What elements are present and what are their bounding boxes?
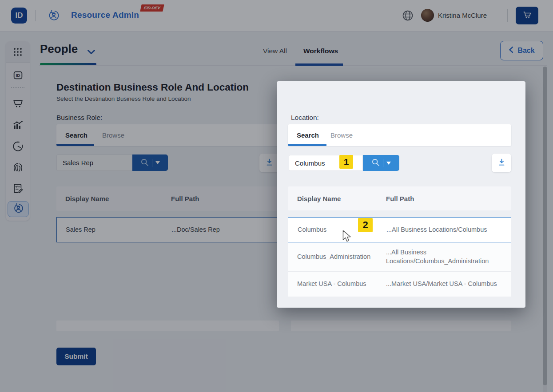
table-gap [288, 210, 511, 217]
location-search-button[interactable] [363, 155, 399, 171]
location-label: Location: [291, 114, 319, 122]
tab-search[interactable]: Search [297, 131, 319, 139]
location-table: Display Name Full Path Columbus ...All B… [288, 186, 511, 297]
cell-full-path: ...Market USA/Market USA - Columbus [386, 280, 502, 288]
cell-display-name: Columbus_Administration [297, 253, 386, 261]
download-icon [497, 158, 506, 168]
cell-display-name: Market USA - Columbus [297, 280, 386, 288]
location-download-button[interactable] [492, 154, 511, 172]
column-full-path: Full Path [386, 195, 414, 202]
table-row-columbus[interactable]: Columbus ...All Business Locations/Colum… [288, 217, 511, 242]
location-table-header: Display Name Full Path [288, 186, 511, 210]
step-2-badge: 2 [358, 218, 373, 232]
search-icon [371, 158, 380, 168]
cell-full-path: ...All Business Locations/Columbus [386, 226, 503, 234]
table-row-columbus-administration[interactable]: Columbus_Administration ...All Business … [288, 242, 511, 271]
mouse-cursor-icon [342, 230, 353, 244]
tab-search-underline [288, 144, 326, 146]
tab-browse[interactable]: Browse [330, 131, 353, 139]
cell-full-path: ...All Business Locations/Columbus_Admin… [386, 248, 502, 265]
step-1-badge: 1 [339, 155, 353, 169]
column-display-name: Display Name [297, 195, 386, 202]
button-divider [383, 159, 383, 167]
table-row-market-usa-columbus[interactable]: Market USA - Columbus ...Market USA/Mark… [288, 271, 511, 297]
app-window: ID Resource Admin EID-DEV Kristina McClu… [0, 0, 553, 392]
caret-down-icon [386, 162, 391, 165]
location-spotlight-panel: Location: Search Browse Display Name Ful… [277, 81, 525, 308]
location-tabs: Search Browse [288, 124, 511, 146]
